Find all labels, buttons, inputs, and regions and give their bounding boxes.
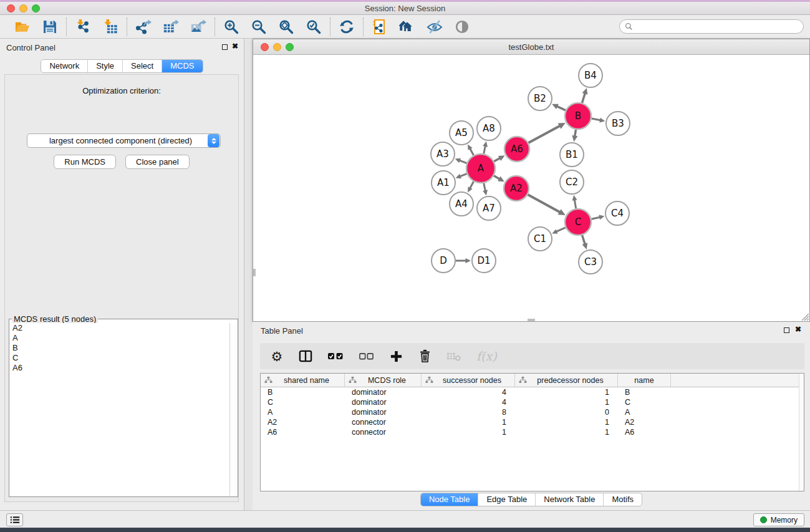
table-cell: 8 — [422, 407, 515, 417]
tab-edge-table[interactable]: Edge Table — [478, 493, 536, 506]
resize-grip-icon[interactable] — [800, 312, 809, 321]
tab-mcds[interactable]: MCDS — [162, 60, 202, 72]
column-header-MCDS-role[interactable]: MCDS role — [345, 374, 422, 387]
graph-edge-B-B4[interactable] — [582, 93, 585, 103]
column-header-empty — [671, 374, 804, 387]
table-cell: 0 — [515, 407, 618, 417]
table-row[interactable]: Cdominator41C — [261, 397, 804, 407]
graph-edge-B-B2[interactable] — [557, 106, 566, 110]
tab-style[interactable]: Style — [88, 60, 123, 72]
session-doc-icon[interactable] — [371, 18, 388, 36]
tab-network[interactable]: Network — [41, 60, 88, 72]
column-header-predecessor-nodes[interactable]: predecessor nodes — [515, 374, 618, 387]
import-network-icon[interactable] — [74, 18, 92, 36]
graph-edge-A-A3[interactable] — [460, 160, 467, 163]
mcds-list-scrollbar[interactable] — [229, 323, 237, 496]
tab-network-table[interactable]: Network Table — [536, 493, 604, 506]
graph-edge-A-A2[interactable] — [494, 176, 499, 179]
table-scrollbar[interactable] — [799, 374, 804, 491]
table-row[interactable]: Adominator80A — [261, 407, 804, 417]
save-icon[interactable] — [41, 18, 59, 36]
graph-edge-A6-B[interactable] — [528, 126, 560, 143]
run-mcds-button[interactable]: Run MCDS — [54, 155, 116, 169]
import-table-icon[interactable] — [102, 18, 119, 36]
tab-select[interactable]: Select — [123, 60, 162, 72]
canvas-scroll-handle-bottom[interactable] — [528, 319, 535, 321]
graph-edge-A-A8[interactable] — [484, 146, 486, 154]
mcds-result-item[interactable]: B — [10, 343, 229, 353]
hide-eye-icon[interactable] — [426, 18, 443, 36]
memory-button[interactable]: Memory — [753, 513, 804, 526]
graph-edge-A-A1[interactable] — [460, 174, 467, 177]
settings-gear-icon[interactable]: ⚙ — [270, 348, 284, 364]
mcds-result-list[interactable]: A2ABCA6 — [10, 323, 229, 496]
open-folder-icon[interactable] — [14, 18, 31, 36]
close-table-panel-icon[interactable]: ✖ — [795, 325, 801, 334]
refresh-icon[interactable] — [338, 18, 355, 36]
graph-edge-arrowhead — [582, 88, 588, 95]
mcds-result-item[interactable]: A — [10, 333, 229, 343]
graph-edge-C-C3[interactable] — [582, 235, 586, 244]
graph-edge-A-A6[interactable] — [494, 158, 500, 161]
column-view-icon[interactable] — [299, 348, 312, 364]
export-table-icon[interactable] — [162, 18, 180, 36]
float-panel-icon[interactable] — [222, 44, 228, 50]
task-history-button[interactable] — [6, 513, 23, 526]
function-builder-icon: f(x) — [476, 348, 497, 364]
table-row[interactable]: Bdominator41B — [261, 387, 804, 397]
criterion-dropdown[interactable]: largest connected component (directed) — [27, 133, 221, 148]
delete-column-icon[interactable] — [418, 348, 432, 364]
table-cell: C — [261, 397, 345, 407]
search-field[interactable] — [619, 19, 804, 34]
mcds-result-item[interactable]: C — [10, 353, 229, 363]
graph-edge-C-C4[interactable] — [591, 217, 600, 219]
graph-edge-B-B1[interactable] — [575, 130, 576, 137]
add-column-icon[interactable] — [389, 348, 403, 364]
column-type-icon — [264, 377, 272, 384]
column-type-icon — [425, 377, 433, 384]
column-header-shared-name[interactable]: shared name — [261, 374, 345, 387]
export-network-icon[interactable] — [135, 18, 152, 36]
graph-node-label: C — [575, 216, 581, 228]
table-row[interactable]: A2connector11A2 — [261, 417, 804, 427]
canvas-scroll-handle-left[interactable] — [253, 269, 256, 276]
close-panel-icon[interactable]: ✖ — [232, 42, 238, 51]
network-canvas[interactable]: B4B2BB3A5A8A6A3B1AA1C2A2A4A7C4CC1C3DD1 — [253, 56, 809, 321]
column-header-successor-nodes[interactable]: successor nodes — [422, 374, 515, 387]
search-icon — [625, 22, 633, 31]
mcds-result-item[interactable]: A2 — [10, 323, 229, 333]
select-all-icon[interactable] — [327, 348, 344, 364]
search-input[interactable] — [636, 22, 798, 31]
zoom-out-icon[interactable] — [250, 18, 268, 36]
graph-node-label: A7 — [483, 203, 495, 214]
criterion-dropdown-value: largest connected component (directed) — [27, 136, 208, 145]
network-zoom-button[interactable] — [286, 43, 294, 51]
zoom-in-icon[interactable] — [223, 18, 240, 36]
zoom-fit-icon[interactable] — [277, 18, 295, 36]
zoom-selected-icon[interactable] — [305, 18, 322, 36]
float-table-panel-icon[interactable] — [784, 327, 789, 333]
mcds-result-item[interactable]: A6 — [10, 363, 229, 373]
export-image-icon[interactable] — [190, 18, 207, 36]
graph-edge-A2-C[interactable] — [528, 195, 560, 212]
graph-edge-C-C1[interactable] — [556, 228, 566, 232]
network-minimize-button[interactable] — [273, 43, 281, 51]
deselect-all-icon[interactable] — [359, 348, 374, 364]
home-icon[interactable] — [398, 18, 416, 36]
close-panel-button[interactable]: Close panel — [125, 155, 190, 169]
tab-motifs[interactable]: Motifs — [604, 493, 642, 506]
graph-edge-arrowhead — [483, 190, 488, 195]
graph-node-label: C3 — [584, 256, 597, 268]
graph-edge-C-C2[interactable] — [574, 200, 576, 208]
column-header-name[interactable]: name — [618, 374, 671, 387]
graph-node-label: A1 — [437, 177, 450, 188]
network-close-button[interactable] — [261, 43, 269, 51]
table-row[interactable]: A6connector11A6 — [261, 427, 804, 437]
graph-edge-B-B3[interactable] — [592, 118, 600, 120]
network-window-titlebar: testGlobe.txt — [253, 39, 809, 55]
tab-node-table[interactable]: Node Table — [421, 493, 479, 506]
show-eye-icon[interactable] — [453, 18, 471, 36]
graph-edge-A-A5[interactable] — [470, 148, 474, 155]
graph-edge-A-A4[interactable] — [470, 181, 474, 188]
graph-edge-A-A7[interactable] — [484, 183, 486, 191]
